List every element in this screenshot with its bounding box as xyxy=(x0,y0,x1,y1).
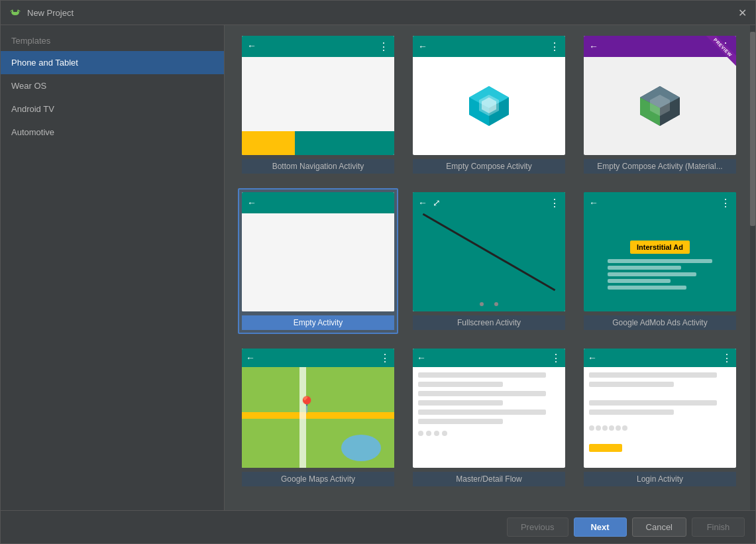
cancel-button[interactable]: Cancel xyxy=(632,517,686,537)
template-thumb-fullscreen: ← ⤢ ⋮ xyxy=(413,192,565,311)
sidebar-item-wear-os[interactable]: Wear OS xyxy=(1,74,224,97)
template-master-detail[interactable]: ← ⋮ xyxy=(409,345,569,490)
template-label-compose-material: Empty Compose Activity (Material... xyxy=(584,159,736,174)
template-maps[interactable]: ← ⋮ 📍 xyxy=(238,345,398,490)
template-login[interactable]: ← ⋮ xyxy=(580,345,740,490)
template-thumb-empty: ← xyxy=(242,192,394,311)
new-project-dialog: New Project ✕ Templates Phone and Tablet… xyxy=(0,0,756,544)
scrollbar[interactable] xyxy=(750,25,755,510)
finish-button[interactable]: Finish xyxy=(692,517,745,537)
template-thumb-maps: ← ⋮ 📍 xyxy=(242,349,394,468)
template-thumb-admob: ← ⋮ Interstitial Ad xyxy=(584,192,736,311)
template-label-bottom-nav: Bottom Navigation Activity xyxy=(242,159,394,174)
template-label-maps: Google Maps Activity xyxy=(242,472,394,486)
previous-button[interactable]: Previous xyxy=(507,517,568,537)
template-thumb-empty-compose: ← ⋮ xyxy=(413,36,565,155)
dialog-title: New Project xyxy=(27,8,737,18)
template-empty-compose-material[interactable]: ← ⋮ xyxy=(580,32,740,178)
content-area: ← ⋮ Bottom Navigation Activity xyxy=(225,25,750,510)
template-label-empty-compose: Empty Compose Activity xyxy=(413,159,565,174)
dialog-buttons: Previous Next Cancel Finish xyxy=(1,510,755,543)
next-button[interactable]: Next xyxy=(574,517,627,537)
scrollbar-thumb[interactable] xyxy=(750,32,755,226)
template-label-fullscreen: Fullscreen Activity xyxy=(413,315,565,330)
sidebar-item-phone-tablet[interactable]: Phone and Tablet xyxy=(1,51,224,74)
template-label-empty: Empty Activity xyxy=(242,315,394,330)
sidebar-item-android-tv[interactable]: Android TV xyxy=(1,97,224,121)
template-empty-activity[interactable]: ← Empty Activity xyxy=(238,188,398,334)
sidebar-item-automotive[interactable]: Automotive xyxy=(1,121,224,144)
template-thumb-login: ← ⋮ xyxy=(584,349,736,468)
template-admob[interactable]: ← ⋮ Interstitial Ad xyxy=(580,188,740,334)
title-bar: New Project ✕ xyxy=(1,1,755,25)
template-fullscreen[interactable]: ← ⤢ ⋮ xyxy=(409,188,569,334)
template-thumb-master-detail: ← ⋮ xyxy=(413,349,565,468)
template-empty-compose[interactable]: ← ⋮ xyxy=(409,32,569,178)
main-content: Templates Phone and Tablet Wear OS Andro… xyxy=(1,25,755,510)
sidebar-header: Templates xyxy=(1,25,224,51)
content-with-scrollbar: ← ⋮ Bottom Navigation Activity xyxy=(225,25,755,510)
close-button[interactable]: ✕ xyxy=(737,7,747,18)
template-label-master-detail: Master/Detail Flow xyxy=(413,472,565,486)
template-bottom-nav[interactable]: ← ⋮ Bottom Navigation Activity xyxy=(238,32,398,178)
template-label-login: Login Activity xyxy=(584,472,736,486)
template-grid: ← ⋮ Bottom Navigation Activity xyxy=(225,25,750,510)
android-icon xyxy=(9,6,22,19)
sidebar: Templates Phone and Tablet Wear OS Andro… xyxy=(1,25,225,510)
template-label-admob: Google AdMob Ads Activity xyxy=(584,315,736,330)
template-thumb-bottom-nav: ← ⋮ xyxy=(242,36,394,155)
template-thumb-compose-material: ← ⋮ xyxy=(584,36,736,155)
